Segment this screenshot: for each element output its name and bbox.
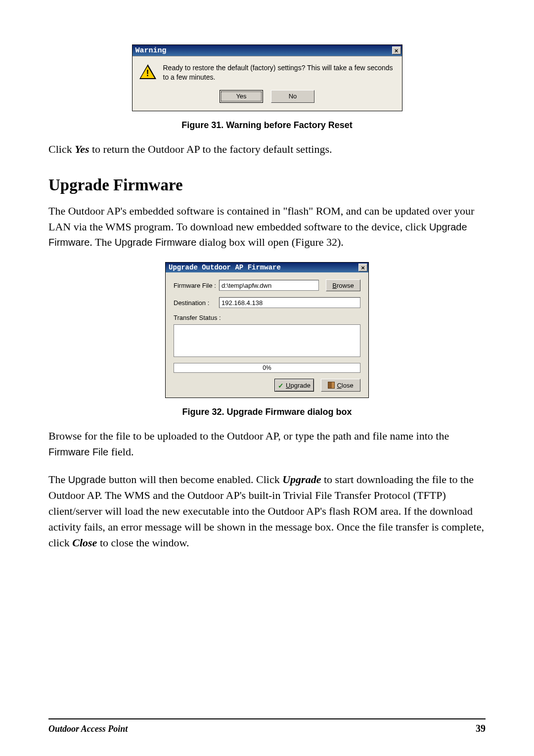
figure-31-caption: Figure 31. Warning before Factory Reset xyxy=(48,120,486,131)
warning-message: Ready to restore the default (factory) s… xyxy=(163,63,395,82)
page-footer: Outdoor Access Point 39 xyxy=(48,723,486,734)
warning-titlebar: Warning × xyxy=(133,45,402,56)
upgrade-button[interactable]: Upgrade xyxy=(274,379,314,392)
footer-title: Outdoor Access Point xyxy=(48,724,128,734)
figure-32-caption: Figure 32. Upgrade Firmware dialog box xyxy=(48,407,486,417)
emphasis: Close xyxy=(72,536,97,549)
footer-rule xyxy=(48,718,486,719)
emphasis: Upgrade xyxy=(282,473,321,486)
browse-button[interactable]: Browse xyxy=(326,279,360,291)
firmware-file-input[interactable]: d:\temp\apfw.dwn xyxy=(219,280,319,291)
fw-titlebar: Upgrade Outdoor AP Firmware × xyxy=(166,263,368,272)
text: field. xyxy=(108,445,134,458)
section-heading-upgrade-firmware: Upgrade Firmware xyxy=(48,176,486,194)
page-number: 39 xyxy=(476,723,486,734)
close-icon[interactable]: × xyxy=(358,264,367,271)
check-icon xyxy=(278,382,284,388)
text: The Outdoor AP's embedded software is co… xyxy=(48,205,474,233)
upgrade-firmware-dialog: Upgrade Outdoor AP Firmware × Firmware F… xyxy=(165,262,369,398)
paragraph-firmware-intro: The Outdoor AP's embedded software is co… xyxy=(48,203,486,251)
paragraph-browse: Browse for the file to be uploaded to th… xyxy=(48,428,486,460)
firmware-file-label: Firmware File : xyxy=(174,282,216,289)
ui-term: Firmware File xyxy=(48,446,108,457)
text: dialog box will open (Figure 32). xyxy=(196,236,344,248)
yes-button[interactable]: Yes xyxy=(220,90,263,103)
progress-text: 0% xyxy=(263,364,271,371)
no-button[interactable]: No xyxy=(271,90,314,103)
close-button[interactable]: Close xyxy=(321,379,360,392)
text: to return the Outdoor AP to the factory … xyxy=(89,143,332,155)
ui-term: Upgrade xyxy=(68,474,106,485)
warning-title: Warning xyxy=(135,46,167,55)
text: . The xyxy=(89,236,114,248)
text: button will then become enabled. Click xyxy=(106,473,282,486)
paragraph-click-yes: Click Yes to return the Outdoor AP to th… xyxy=(48,141,486,157)
fw-title: Upgrade Outdoor AP Firmware xyxy=(169,264,281,271)
paragraph-upgrade: The Upgrade button will then become enab… xyxy=(48,472,486,550)
warning-icon xyxy=(139,63,156,80)
destination-input[interactable]: 192.168.4.138 xyxy=(219,297,360,308)
text: Browse for the file to be uploaded to th… xyxy=(48,430,449,442)
text: to close the window. xyxy=(97,536,189,549)
ui-term: Upgrade Firmware xyxy=(115,237,197,248)
door-icon xyxy=(328,382,335,389)
close-icon[interactable]: × xyxy=(392,46,401,54)
text: The xyxy=(48,473,68,486)
text: Click xyxy=(48,143,75,155)
warning-dialog: Warning × Ready to restore the default (… xyxy=(132,44,402,111)
emphasis-yes: Yes xyxy=(75,143,89,155)
destination-label: Destination : xyxy=(174,299,216,307)
transfer-status-label: Transfer Status : xyxy=(174,314,360,321)
transfer-status-box xyxy=(174,324,360,357)
progress-bar: 0% xyxy=(174,363,360,373)
